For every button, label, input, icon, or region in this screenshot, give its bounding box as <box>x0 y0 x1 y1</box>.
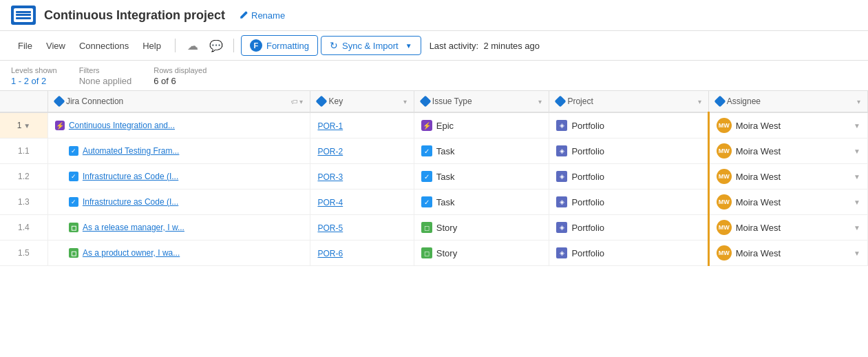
avatar: MW <box>717 245 732 261</box>
col-assignee-label: Assignee <box>727 96 761 106</box>
key-link[interactable]: POR-4 <box>317 198 343 207</box>
row-key-cell: POR-3 <box>310 164 414 190</box>
row-type-cell: ✓Task <box>414 164 549 190</box>
sync-chevron-icon: ▼ <box>405 42 412 50</box>
col-header-project: Project ▾ <box>549 91 708 112</box>
project-name: Portfolio <box>571 121 604 131</box>
jira-link[interactable]: As a release manager, I w... <box>83 223 184 232</box>
table-row: 1 ▼ ⚡ Continuous Integration and... POR-… <box>0 112 868 139</box>
assignee-name: Moira West <box>736 223 781 233</box>
row-number: 1.3 <box>18 197 30 207</box>
row-project-cell: ◈ Portfolio <box>549 164 708 190</box>
type-task-icon: ✓ <box>421 196 432 207</box>
chat-button[interactable]: 💬 <box>206 36 226 55</box>
portfolio-icon: ◈ <box>556 120 567 131</box>
menu-file[interactable]: File <box>11 38 39 54</box>
row-type-cell: ⚡Epic <box>414 112 549 139</box>
menu-help[interactable]: Help <box>136 38 168 54</box>
assignee-chevron-icon[interactable]: ▼ <box>854 249 860 257</box>
key-sort-icon[interactable]: ▾ <box>403 98 407 105</box>
rows-value: 6 of 6 <box>154 76 176 86</box>
key-link[interactable]: POR-5 <box>317 223 343 233</box>
filters-group: Filters None applied <box>79 66 132 86</box>
assignee-name: Moira West <box>736 121 781 131</box>
filters-bar: Levels shown 1 - 2 of 2 Filters None app… <box>0 61 868 90</box>
portfolio-icon: ◈ <box>556 196 567 207</box>
story-icon: ◻ <box>69 223 78 232</box>
jira-tag-icon[interactable]: 🏷 ▾ <box>291 98 304 105</box>
type-task-icon: ✓ <box>421 145 432 156</box>
assignee-name: Moira West <box>736 197 781 207</box>
header: Continuous Integration project Rename <box>0 0 868 31</box>
key-col-icon <box>316 96 328 108</box>
pencil-icon <box>239 10 248 20</box>
row-jira-cell: ✓ Infrastructure as Code (I... <box>47 190 310 215</box>
col-header-key: Key ▾ <box>310 91 414 112</box>
row-assignee-cell: MW Moira West ▼ <box>708 215 867 241</box>
row-type-cell: ✓Task <box>414 139 549 164</box>
levels-shown-label: Levels shown <box>11 66 57 74</box>
row-key-cell: POR-6 <box>310 241 414 266</box>
row-number: 1.2 <box>18 172 30 181</box>
key-link[interactable]: POR-3 <box>317 172 343 182</box>
row-jira-cell: ✓ Automated Testing Fram... <box>47 139 310 164</box>
project-name: Portfolio <box>571 197 604 207</box>
type-label: Task <box>436 146 455 156</box>
menu-connections[interactable]: Connections <box>72 38 136 54</box>
cloud-button[interactable]: ☁ <box>182 36 203 55</box>
assignee-chevron-icon[interactable]: ▼ <box>854 198 860 206</box>
rename-button[interactable]: Rename <box>239 10 285 21</box>
levels-shown-value: 1 - 2 of 2 <box>11 76 46 86</box>
epic-icon: ⚡ <box>55 121 65 130</box>
sync-label: Sync & Import <box>342 41 399 51</box>
key-link[interactable]: POR-2 <box>317 147 343 156</box>
key-link[interactable]: POR-1 <box>317 121 343 131</box>
assignee-sort-icon[interactable]: ▾ <box>857 98 860 105</box>
row-project-cell: ◈ Portfolio <box>549 241 708 266</box>
avatar: MW <box>717 118 732 133</box>
last-activity-label: Last activity: <box>430 41 479 51</box>
assignee-col-icon <box>714 96 726 108</box>
jira-link[interactable]: Continuous Integration and... <box>69 121 175 130</box>
row-jira-cell: ⚡ Continuous Integration and... <box>47 112 310 139</box>
project-col-icon <box>555 96 567 108</box>
row-key-cell: POR-2 <box>310 139 414 164</box>
project-title: Continuous Integration project <box>44 8 225 23</box>
row-jira-cell: ◻ As a product owner, I wa... <box>47 241 310 266</box>
sync-import-button[interactable]: ↻ Sync & Import ▼ <box>321 36 421 55</box>
cloud-icon: ☁ <box>187 39 198 52</box>
type-sort-icon[interactable]: ▾ <box>538 98 542 105</box>
toolbar: File View Connections Help ☁ 💬 F Formatt… <box>0 31 868 61</box>
jira-link[interactable]: Infrastructure as Code (I... <box>83 197 178 207</box>
row-project-cell: ◈ Portfolio <box>549 112 708 139</box>
portfolio-icon: ◈ <box>556 145 567 156</box>
col-header-type: Issue Type ▾ <box>414 91 549 112</box>
row-number: 1.4 <box>18 223 30 232</box>
table-row: 1.3 ✓ Infrastructure as Code (I... POR-4… <box>0 190 868 215</box>
assignee-chevron-icon[interactable]: ▼ <box>854 224 860 232</box>
jira-link[interactable]: Automated Testing Fram... <box>83 146 180 156</box>
project-sort-icon[interactable]: ▾ <box>698 98 701 105</box>
avatar: MW <box>717 220 732 235</box>
last-activity: Last activity: 2 minutes ago <box>430 41 540 51</box>
row-num: 1.1 <box>0 139 47 164</box>
portfolio-icon: ◈ <box>556 222 567 233</box>
last-activity-value: 2 minutes ago <box>483 41 540 51</box>
separator-2 <box>233 39 234 52</box>
assignee-chevron-icon[interactable]: ▼ <box>854 122 860 130</box>
formatting-button[interactable]: F Formatting <box>241 35 318 56</box>
levels-shown-group: Levels shown 1 - 2 of 2 <box>11 66 57 86</box>
type-col-icon <box>419 96 431 108</box>
jira-link[interactable]: As a product owner, I wa... <box>83 248 180 258</box>
sync-icon: ↻ <box>330 40 338 51</box>
col-jira-label: Jira Connection <box>66 96 123 106</box>
menu-view[interactable]: View <box>39 38 72 54</box>
row-project-cell: ◈ Portfolio <box>549 139 708 164</box>
assignee-chevron-icon[interactable]: ▼ <box>854 173 860 181</box>
row-num: 1 ▼ <box>0 112 47 139</box>
assignee-chevron-icon[interactable]: ▼ <box>854 147 860 155</box>
key-link[interactable]: POR-6 <box>317 249 343 258</box>
row-assignee-cell: MW Moira West ▼ <box>708 112 867 139</box>
row-expand-icon[interactable]: ▼ <box>23 122 30 130</box>
jira-link[interactable]: Infrastructure as Code (I... <box>83 172 178 181</box>
